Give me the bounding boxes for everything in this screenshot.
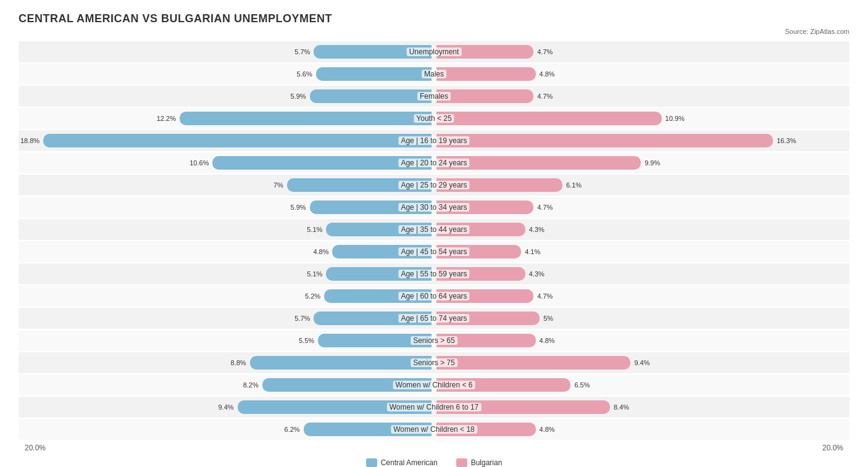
left-section: 5.7% xyxy=(19,45,434,59)
bar-left: 5.7% xyxy=(314,312,432,325)
axis-row: 20.0% 20.0% xyxy=(19,444,849,452)
val-right: 4.3% xyxy=(529,226,545,233)
row-wrapper: 4.8% Age | 45 to 54 years 4.1% xyxy=(19,241,849,262)
legend-box-pink xyxy=(456,458,467,467)
val-left: 5.9% xyxy=(291,204,306,211)
chart-row: 5.7% Age | 65 to 74 years 5% xyxy=(19,308,849,329)
bar-left: 18.8% xyxy=(43,134,432,147)
legend-item-right: Bulgarian xyxy=(456,458,503,467)
left-section: 5.9% xyxy=(19,89,434,103)
chart-row: 8.8% Seniors > 75 9.4% xyxy=(19,352,849,373)
row-wrapper: 5.9% Age | 30 to 34 years 4.7% xyxy=(19,197,849,218)
chart-row: 12.2% Youth < 25 10.9% xyxy=(19,108,849,129)
bar-left: 5.2% xyxy=(324,289,432,303)
val-right: 6.5% xyxy=(574,381,590,389)
source-label: Source: ZipAtlas.com xyxy=(19,28,849,35)
bar-left: 5.7% xyxy=(314,45,432,59)
bar-right: 4.3% xyxy=(436,267,525,281)
left-section: 5.1% xyxy=(19,223,434,236)
right-section: 5% xyxy=(434,312,849,325)
bar-left: 5.9% xyxy=(310,89,432,103)
val-right: 4.3% xyxy=(529,270,545,278)
right-section: 9.9% xyxy=(434,156,849,170)
left-section: 9.4% xyxy=(19,400,434,414)
val-right: 8.4% xyxy=(614,403,629,411)
left-section: 5.7% xyxy=(19,312,434,325)
val-right: 10.9% xyxy=(666,115,685,122)
right-section: 4.3% xyxy=(434,223,849,236)
row-wrapper: 5.9% Females 4.7% xyxy=(19,86,849,107)
bar-left: 6.2% xyxy=(304,423,432,436)
bar-left: 5.9% xyxy=(310,200,432,214)
axis-right: 20.0% xyxy=(434,444,849,452)
val-left: 10.6% xyxy=(190,159,209,167)
bar-left: 5.1% xyxy=(326,223,432,236)
right-section: 4.7% xyxy=(434,289,849,303)
right-section: 4.8% xyxy=(434,334,849,347)
right-section: 6.1% xyxy=(434,178,849,192)
axis-left: 20.0% xyxy=(19,444,434,452)
bar-right: 5% xyxy=(436,312,540,325)
bar-right: 10.9% xyxy=(436,112,662,125)
chart-row: 4.8% Age | 45 to 54 years 4.1% xyxy=(19,241,849,262)
row-wrapper: 8.8% Seniors > 75 9.4% xyxy=(19,352,849,373)
val-right: 4.1% xyxy=(525,248,540,255)
right-section: 9.4% xyxy=(434,356,849,370)
val-left: 18.8% xyxy=(20,137,40,144)
row-wrapper: 5.7% Unemployment 4.7% xyxy=(19,41,849,62)
bar-left: 10.6% xyxy=(212,156,432,170)
chart-row: 9.4% Women w/ Children 6 to 17 8.4% xyxy=(19,397,849,418)
bar-right: 16.3% xyxy=(436,134,773,147)
left-section: 5.5% xyxy=(19,334,434,347)
val-right: 4.7% xyxy=(537,204,553,211)
bar-right: 6.5% xyxy=(436,378,570,392)
val-right: 6.1% xyxy=(566,181,582,189)
row-wrapper: 8.2% Women w/ Children < 6 6.5% xyxy=(19,374,849,395)
val-right: 4.8% xyxy=(540,426,555,433)
right-section: 4.7% xyxy=(434,89,849,103)
left-section: 18.8% xyxy=(19,134,434,147)
chart-row: 5.9% Age | 30 to 34 years 4.7% xyxy=(19,197,849,218)
right-section: 4.7% xyxy=(434,45,849,59)
right-section: 8.4% xyxy=(434,400,849,414)
val-right: 4.8% xyxy=(540,337,555,344)
val-left: 8.8% xyxy=(231,359,246,366)
bar-right: 6.1% xyxy=(436,178,562,192)
legend: Central American Bulgarian xyxy=(19,458,849,467)
chart-row: 5.7% Unemployment 4.7% xyxy=(19,41,849,62)
chart-row: 7% Age | 25 to 29 years 6.1% xyxy=(19,175,849,196)
bar-right: 8.4% xyxy=(436,400,610,414)
bar-right: 4.7% xyxy=(436,289,533,303)
bar-right: 4.1% xyxy=(436,245,521,258)
left-section: 12.2% xyxy=(19,112,434,125)
chart-row: 5.9% Females 4.7% xyxy=(19,86,849,107)
legend-box-blue xyxy=(366,458,377,467)
legend-label-right: Bulgarian xyxy=(471,458,503,467)
bar-left: 12.2% xyxy=(180,112,432,125)
val-left: 7% xyxy=(273,181,283,189)
bar-left: 4.8% xyxy=(332,245,432,258)
val-left: 4.8% xyxy=(313,248,328,255)
bar-left: 9.4% xyxy=(238,400,432,414)
bar-right: 4.8% xyxy=(436,334,536,347)
chart-container: CENTRAL AMERICAN VS BULGARIAN UNEMPLOYME… xyxy=(0,0,868,467)
chart-row: 5.6% Males 4.8% xyxy=(19,64,849,85)
chart-row: 5.2% Age | 60 to 64 years 4.7% xyxy=(19,286,849,307)
val-right: 4.7% xyxy=(537,93,553,100)
left-section: 5.9% xyxy=(19,200,434,214)
right-section: 4.8% xyxy=(434,423,849,436)
bar-right: 4.8% xyxy=(436,67,536,81)
right-section: 4.8% xyxy=(434,67,849,81)
row-wrapper: 9.4% Women w/ Children 6 to 17 8.4% xyxy=(19,397,849,418)
left-section: 6.2% xyxy=(19,423,434,436)
bar-left: 5.5% xyxy=(318,334,432,347)
val-left: 5.7% xyxy=(294,48,310,56)
val-right: 5% xyxy=(543,315,553,322)
val-left: 5.1% xyxy=(307,226,322,233)
chart-title: CENTRAL AMERICAN VS BULGARIAN UNEMPLOYME… xyxy=(19,12,849,25)
val-left: 5.5% xyxy=(299,337,314,344)
chart-row: 10.6% Age | 20 to 24 years 9.9% xyxy=(19,152,849,173)
bar-right: 9.4% xyxy=(436,356,630,370)
left-section: 8.2% xyxy=(19,378,434,392)
row-wrapper: 18.8% Age | 16 to 19 years 16.3% xyxy=(19,130,849,151)
